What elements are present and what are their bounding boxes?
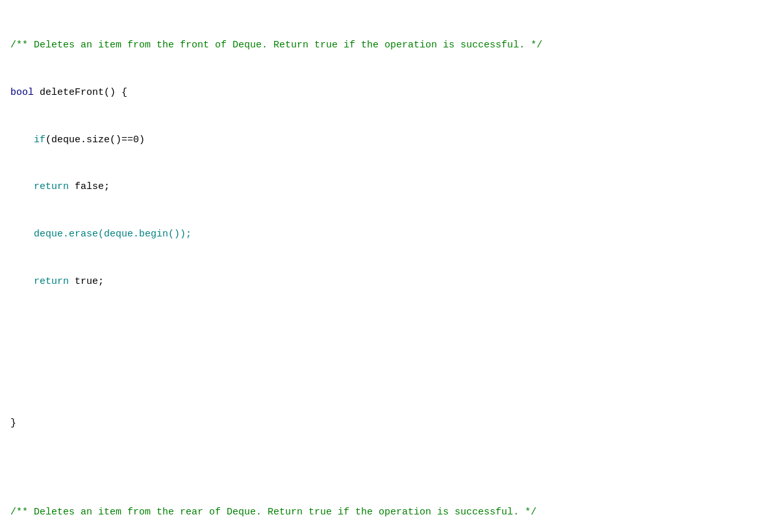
if-body-1: (deque.size()==0)	[45, 134, 145, 146]
return-kw-1: return	[34, 181, 69, 192]
empty-line-1	[10, 322, 755, 338]
indent-r1	[10, 181, 34, 192]
signature-line-1: bool deleteFront() {	[10, 85, 755, 101]
return-kw-2: return	[34, 276, 69, 287]
comment-line-1: /** Deletes an item from the front of De…	[10, 38, 755, 54]
comment-line-2: /** Deletes an item from the rear of Deq…	[10, 505, 755, 521]
return-false-1: return false;	[10, 179, 755, 196]
return-true-1: return true;	[10, 274, 755, 290]
indent-if-1	[10, 134, 34, 146]
indent-rt1	[10, 276, 34, 287]
code-block-1: /** Deletes an item from the front of De…	[0, 5, 765, 464]
empty-line-2	[10, 368, 755, 385]
brace-1: }	[10, 418, 16, 429]
bool-keyword-1: bool	[10, 87, 34, 98]
code-container: /** Deletes an item from the front of De…	[0, 0, 765, 532]
if-line-1: if(deque.size()==0)	[10, 133, 755, 149]
code-block-2: /** Deletes an item from the rear of Deq…	[0, 472, 765, 532]
erase-line-1: deque.erase(deque.begin());	[10, 227, 755, 243]
function-name-1: deleteFront() {	[34, 87, 127, 98]
if-keyword-1: if	[34, 134, 45, 146]
deque-erase: deque.erase(deque.begin());	[34, 229, 192, 240]
false-val-1: false;	[69, 181, 110, 192]
separator-1	[0, 464, 765, 472]
closing-brace-1: }	[10, 416, 755, 432]
indent-e1	[10, 229, 34, 240]
true-val-1: true;	[69, 276, 104, 287]
